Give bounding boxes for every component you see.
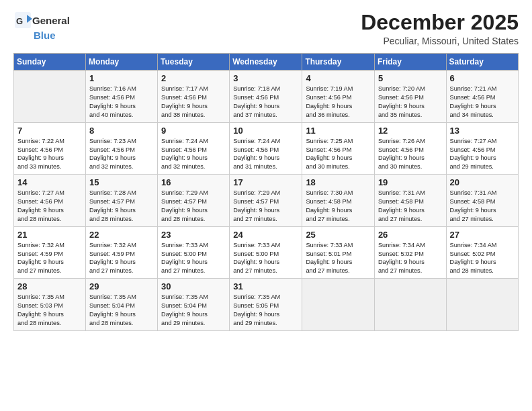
- day-info: Sunset: 4:56 PM: [450, 93, 515, 102]
- table-row: 26Sunrise: 7:34 AMSunset: 5:02 PMDayligh…: [374, 226, 446, 279]
- table-row: 21Sunrise: 7:32 AMSunset: 4:59 PMDayligh…: [14, 226, 86, 279]
- day-info: Sunrise: 7:27 AM: [450, 137, 515, 146]
- day-number: 15: [89, 177, 154, 187]
- week-row-3: 14Sunrise: 7:27 AMSunset: 4:56 PMDayligh…: [14, 175, 519, 227]
- day-info: and 27 minutes.: [306, 267, 371, 275]
- day-number: 29: [89, 281, 154, 291]
- day-info: Sunrise: 7:21 AM: [450, 85, 515, 93]
- day-info: Sunset: 4:56 PM: [378, 146, 443, 154]
- day-info: Sunrise: 7:35 AM: [89, 293, 154, 302]
- day-info: Sunrise: 7:31 AM: [378, 189, 443, 197]
- day-number: 17: [233, 177, 298, 187]
- day-info: Daylight: 9 hours: [89, 154, 154, 163]
- location: Peculiar, Missouri, United States: [361, 36, 519, 46]
- day-info: Sunrise: 7:35 AM: [161, 293, 226, 302]
- day-number: 1: [89, 73, 154, 83]
- day-info: and 28 minutes.: [161, 215, 226, 224]
- day-info: Sunrise: 7:34 AM: [378, 241, 443, 250]
- table-row: 15Sunrise: 7:28 AMSunset: 4:57 PMDayligh…: [85, 175, 157, 227]
- table-row: 5Sunrise: 7:20 AMSunset: 4:56 PMDaylight…: [374, 71, 446, 123]
- month-title: December 2025: [361, 11, 519, 34]
- day-number: 27: [450, 230, 515, 240]
- day-info: Daylight: 9 hours: [89, 310, 154, 319]
- day-info: Sunset: 4:57 PM: [233, 197, 298, 206]
- day-number: 19: [378, 177, 443, 187]
- day-info: and 37 minutes.: [233, 111, 298, 120]
- table-row: 17Sunrise: 7:29 AMSunset: 4:57 PMDayligh…: [230, 175, 302, 227]
- day-info: Sunrise: 7:16 AM: [89, 85, 154, 93]
- day-info: Sunrise: 7:17 AM: [161, 85, 226, 93]
- table-row: 12Sunrise: 7:26 AMSunset: 4:56 PMDayligh…: [374, 122, 446, 175]
- day-info: Sunset: 5:03 PM: [17, 302, 82, 310]
- table-row: 25Sunrise: 7:33 AMSunset: 5:01 PMDayligh…: [302, 226, 375, 279]
- col-friday: Friday: [374, 54, 446, 71]
- week-row-4: 21Sunrise: 7:32 AMSunset: 4:59 PMDayligh…: [14, 226, 519, 279]
- day-info: Daylight: 9 hours: [17, 310, 82, 319]
- day-info: Sunrise: 7:33 AM: [233, 241, 298, 250]
- day-info: Sunrise: 7:26 AM: [378, 137, 443, 146]
- day-info: Sunset: 4:58 PM: [306, 197, 371, 206]
- day-number: 5: [378, 73, 443, 83]
- day-info: Daylight: 9 hours: [233, 154, 298, 163]
- day-info: and 27 minutes.: [378, 267, 443, 275]
- table-row: 10Sunrise: 7:24 AMSunset: 4:56 PMDayligh…: [230, 122, 302, 175]
- table-row: 29Sunrise: 7:35 AMSunset: 5:04 PMDayligh…: [85, 279, 157, 331]
- day-info: Daylight: 9 hours: [306, 258, 371, 267]
- day-number: 24: [233, 230, 298, 240]
- day-info: Sunset: 5:04 PM: [161, 302, 226, 310]
- day-info: Sunset: 4:57 PM: [89, 197, 154, 206]
- table-row: 19Sunrise: 7:31 AMSunset: 4:58 PMDayligh…: [374, 175, 446, 227]
- day-info: Sunset: 4:57 PM: [161, 197, 226, 206]
- day-info: Daylight: 9 hours: [450, 102, 515, 111]
- table-row: 6Sunrise: 7:21 AMSunset: 4:56 PMDaylight…: [446, 71, 518, 123]
- day-number: 8: [89, 126, 154, 136]
- day-number: 12: [378, 126, 443, 136]
- table-row: 22Sunrise: 7:32 AMSunset: 4:59 PMDayligh…: [85, 226, 157, 279]
- calendar-header-row: Sunday Monday Tuesday Wednesday Thursday…: [14, 54, 519, 71]
- col-saturday: Saturday: [446, 54, 518, 71]
- day-number: 14: [17, 177, 82, 187]
- day-info: Sunset: 4:56 PM: [89, 146, 154, 154]
- day-info: Daylight: 9 hours: [306, 102, 371, 111]
- table-row: 30Sunrise: 7:35 AMSunset: 5:04 PMDayligh…: [158, 279, 230, 331]
- day-info: Sunset: 5:01 PM: [306, 250, 371, 259]
- logo-general-text: General: [32, 15, 70, 26]
- day-number: 30: [161, 281, 226, 291]
- day-info: Daylight: 9 hours: [378, 206, 443, 215]
- day-number: 20: [450, 177, 515, 187]
- day-info: Sunset: 5:00 PM: [161, 250, 226, 259]
- day-info: Sunrise: 7:28 AM: [89, 189, 154, 197]
- day-info: and 29 minutes.: [450, 163, 515, 171]
- table-row: 9Sunrise: 7:24 AMSunset: 4:56 PMDaylight…: [158, 122, 230, 175]
- day-info: Sunset: 4:56 PM: [17, 197, 82, 206]
- day-info: Daylight: 9 hours: [89, 206, 154, 215]
- day-number: 25: [306, 230, 371, 240]
- day-info: Sunrise: 7:23 AM: [89, 137, 154, 146]
- day-info: Sunrise: 7:24 AM: [161, 137, 226, 146]
- day-info: and 28 minutes.: [17, 215, 82, 224]
- day-info: and 27 minutes.: [306, 215, 371, 224]
- day-info: and 40 minutes.: [89, 111, 154, 120]
- week-row-1: 1Sunrise: 7:16 AMSunset: 4:56 PMDaylight…: [14, 71, 519, 123]
- day-info: and 27 minutes.: [17, 267, 82, 275]
- day-info: and 28 minutes.: [89, 215, 154, 224]
- day-info: Sunrise: 7:27 AM: [17, 189, 82, 197]
- day-info: Sunrise: 7:30 AM: [306, 189, 371, 197]
- day-info: Daylight: 9 hours: [17, 258, 82, 267]
- day-info: Daylight: 9 hours: [306, 206, 371, 215]
- day-info: Sunset: 4:56 PM: [161, 93, 226, 102]
- col-monday: Monday: [85, 54, 157, 71]
- day-number: 23: [161, 230, 226, 240]
- day-info: Daylight: 9 hours: [161, 206, 226, 215]
- day-number: 2: [161, 73, 226, 83]
- day-info: and 27 minutes.: [233, 215, 298, 224]
- day-info: Sunrise: 7:32 AM: [89, 241, 154, 250]
- table-row: 8Sunrise: 7:23 AMSunset: 4:56 PMDaylight…: [85, 122, 157, 175]
- day-info: Daylight: 9 hours: [306, 154, 371, 163]
- day-info: Daylight: 9 hours: [450, 206, 515, 215]
- table-row: [446, 279, 518, 331]
- day-info: Daylight: 9 hours: [161, 258, 226, 267]
- day-info: and 29 minutes.: [233, 319, 298, 328]
- day-number: 7: [17, 126, 82, 136]
- day-info: and 28 minutes.: [17, 319, 82, 328]
